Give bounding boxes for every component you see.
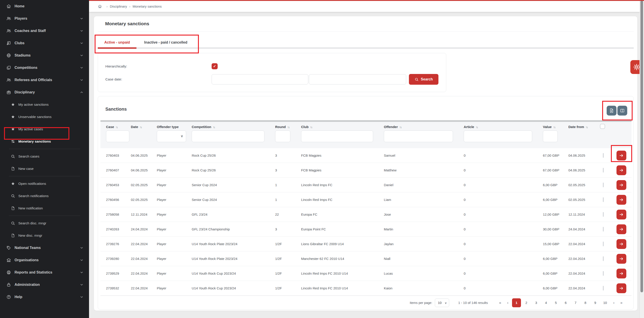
column-header-label: Round: [275, 125, 286, 129]
scrollbar-thumb[interactable]: [640, 0, 643, 292]
search-button[interactable]: Search: [409, 74, 438, 85]
breadcrumb-item-monetary-sanctions[interactable]: Monetary sanctions: [133, 4, 162, 8]
home-icon[interactable]: [98, 4, 102, 8]
column-header[interactable]: Value: [539, 125, 564, 129]
open-row-button[interactable]: [616, 165, 626, 175]
sidebar-item[interactable]: Search disc. mngr: [0, 217, 89, 229]
sidebar-item[interactable]: New disc. mngr: [0, 229, 89, 242]
sidebar-item[interactable]: Referees and Officials: [0, 74, 89, 86]
sidebar-item[interactable]: Search notifications: [0, 190, 89, 202]
page-number[interactable]: 5: [552, 298, 560, 307]
sidebar-item[interactable]: New case: [0, 162, 89, 175]
sidebar-item[interactable]: Organisations: [0, 254, 89, 266]
filter-competition-input[interactable]: [192, 130, 264, 142]
row-checkbox[interactable]: [603, 227, 604, 232]
filter-value-input[interactable]: [543, 130, 558, 142]
sidebar-item[interactable]: My active sanctions: [0, 98, 89, 111]
column-header[interactable]: Case: [102, 125, 127, 129]
sidebar-item[interactable]: New notification: [0, 202, 89, 214]
sidebar-item[interactable]: Clubs: [0, 37, 89, 49]
sidebar-item[interactable]: Monetary sanctions: [0, 135, 89, 147]
select-all-checkbox[interactable]: [600, 124, 605, 129]
page-number[interactable]: 1: [512, 298, 521, 307]
page-number[interactable]: 4: [542, 298, 550, 307]
sidebar-item[interactable]: Home: [0, 0, 89, 12]
open-row-button[interactable]: [616, 283, 626, 293]
row-checkbox[interactable]: [603, 256, 604, 261]
cell-date-from: 22.04.2024: [564, 286, 599, 290]
sidebar-item[interactable]: National Teams: [0, 242, 89, 254]
row-checkbox[interactable]: [603, 153, 604, 158]
sidebar-item[interactable]: Players: [0, 12, 89, 24]
hierarchically-checkbox[interactable]: [212, 63, 218, 69]
table-row: 2758058 12.11.2024 Player GFL 23/24 22 E…: [100, 207, 632, 222]
cell-date: 22.04.2024: [127, 242, 153, 246]
filter-article-input[interactable]: [464, 130, 532, 142]
column-header[interactable]: Round: [271, 125, 297, 129]
last-page-button[interactable]: »: [618, 301, 625, 305]
page-number[interactable]: 3: [532, 298, 541, 307]
filter-offender-type-select[interactable]: [157, 130, 186, 142]
filter-round-input[interactable]: [275, 130, 290, 142]
sidebar-item[interactable]: Administration: [0, 279, 89, 291]
open-row-button[interactable]: [616, 239, 626, 249]
column-header[interactable]: Date from: [564, 125, 599, 129]
page-number[interactable]: 7: [571, 298, 580, 307]
sidebar-item[interactable]: Open notifications: [0, 177, 89, 190]
tab-active-unpaid[interactable]: Active - unpaid: [98, 37, 136, 47]
page-number[interactable]: 10: [600, 298, 610, 307]
cell-offender: Lucas: [380, 272, 460, 275]
items-per-page-select[interactable]: 10: [435, 299, 449, 307]
row-checkbox[interactable]: [603, 242, 604, 246]
row-checkbox[interactable]: [603, 183, 604, 187]
row-checkbox[interactable]: [603, 197, 604, 202]
cell-round: 22: [271, 213, 297, 216]
sidebar-item[interactable]: Stadiums: [0, 49, 89, 61]
page-number[interactable]: 2: [522, 298, 531, 307]
open-row-button[interactable]: [616, 180, 626, 190]
sidebar-item[interactable]: Unservable sanctions: [0, 111, 89, 123]
cell-offender-type: Player: [153, 242, 188, 246]
row-checkbox[interactable]: [603, 212, 604, 217]
open-row-button[interactable]: [616, 269, 626, 279]
people-icon: [6, 16, 11, 21]
sidebar-item-label: Administration: [14, 283, 80, 287]
sidebar-item[interactable]: My active cases: [0, 123, 89, 135]
filter-case-input[interactable]: [106, 130, 129, 142]
breadcrumb-item-disciplinary[interactable]: Disciplinary: [110, 4, 127, 8]
row-checkbox[interactable]: [603, 168, 604, 173]
open-row-button[interactable]: [616, 195, 626, 205]
case-date-from-input[interactable]: [212, 74, 308, 84]
row-checkbox[interactable]: [603, 286, 604, 291]
page-number[interactable]: 8: [581, 298, 590, 307]
filter-club-input[interactable]: [301, 130, 373, 142]
sidebar-item[interactable]: Competitions: [0, 61, 89, 74]
filter-offender-input[interactable]: [384, 130, 453, 142]
open-row-button[interactable]: [616, 224, 626, 234]
previous-page-button[interactable]: ‹: [504, 301, 512, 305]
page-number[interactable]: 9: [591, 298, 600, 307]
row-checkbox[interactable]: [603, 271, 604, 276]
sidebar-item[interactable]: Disciplinary: [0, 86, 89, 98]
column-header[interactable]: Offender: [380, 125, 460, 129]
column-settings-button[interactable]: [618, 106, 627, 116]
sidebar-item[interactable]: Coaches and Staff: [0, 24, 89, 37]
sidebar-item[interactable]: Search cases: [0, 150, 89, 162]
column-header[interactable]: Competition: [188, 125, 271, 129]
column-header[interactable]: Club: [297, 125, 380, 129]
column-header[interactable]: Offender type: [153, 125, 188, 129]
page-number[interactable]: 6: [561, 298, 570, 307]
column-header[interactable]: Date: [127, 125, 153, 129]
next-page-button[interactable]: ›: [610, 301, 618, 305]
open-row-button[interactable]: [616, 254, 626, 264]
sidebar-item[interactable]: Reports and Statistics: [0, 266, 89, 279]
first-page-button[interactable]: «: [496, 301, 504, 305]
column-header[interactable]: Article: [460, 125, 539, 129]
export-excel-button[interactable]: [607, 106, 616, 116]
open-row-button[interactable]: [616, 151, 626, 160]
case-date-to-input[interactable]: [309, 74, 406, 84]
sidebar-item[interactable]: Help: [0, 291, 89, 303]
open-row-button[interactable]: [616, 210, 626, 219]
tab-inactive-paid-cancelled[interactable]: Inactive - paid / cancelled: [140, 37, 192, 47]
sidebar-item-label: My active sanctions: [18, 103, 80, 107]
